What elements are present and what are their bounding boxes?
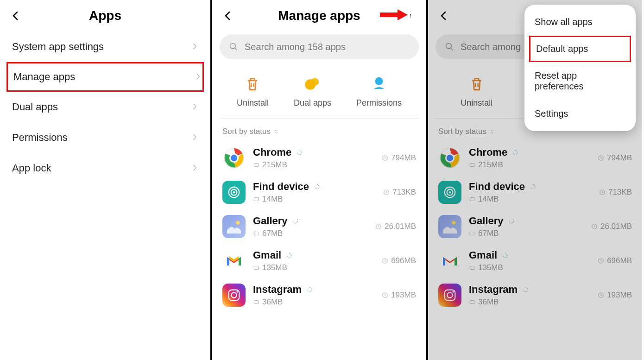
row-label: App lock <box>12 162 191 174</box>
action-uninstall[interactable]: Uninstall <box>461 75 492 108</box>
app-size: 14MB <box>262 195 283 204</box>
app-data: 26.01MB <box>385 222 416 231</box>
sort-caret-icon <box>489 129 495 134</box>
sort-caret-icon <box>273 129 279 134</box>
chevron-right-icon <box>194 71 202 83</box>
sort-button[interactable]: Sort by status <box>212 119 426 141</box>
refresh-badge-icon <box>508 218 515 224</box>
clock-icon <box>382 292 388 298</box>
page-title: Manage apps <box>234 8 404 23</box>
action-permissions[interactable]: Permissions <box>356 75 402 108</box>
svg-point-25 <box>231 292 236 297</box>
back-button[interactable] <box>221 9 234 22</box>
app-data: 26.01MB <box>600 222 632 231</box>
row-permissions[interactable]: Permissions <box>0 122 210 153</box>
back-button[interactable] <box>9 9 22 22</box>
clock-icon <box>591 223 598 230</box>
storage-icon <box>253 196 259 202</box>
svg-point-40 <box>452 221 455 225</box>
svg-rect-20 <box>254 232 258 235</box>
svg-rect-17 <box>254 198 258 201</box>
dual-apps-icon <box>303 75 321 93</box>
action-uninstall[interactable]: Uninstall <box>237 75 269 108</box>
refresh-badge-icon <box>286 252 292 259</box>
clock-icon <box>598 258 604 264</box>
app-icon-gallery <box>438 215 461 238</box>
app-size: 215MB <box>262 160 287 170</box>
action-label: Dual apps <box>294 98 331 108</box>
app-row-gmail[interactable]: Gmail 135MB 696MB <box>428 244 642 278</box>
action-label: Uninstall <box>461 98 492 108</box>
refresh-badge-icon <box>292 218 299 224</box>
app-data: 193MB <box>391 291 416 300</box>
overflow-menu-button[interactable] <box>404 9 417 22</box>
chevron-right-icon <box>191 162 198 174</box>
trash-icon <box>244 75 261 93</box>
app-row-chrome[interactable]: Chrome 215MB 794MB <box>428 141 642 175</box>
svg-point-37 <box>449 191 451 193</box>
row-system-app-settings[interactable]: System app settings <box>0 32 210 62</box>
app-name: Gmail <box>469 249 497 261</box>
menu-reset-preferences[interactable]: Reset app preferences <box>524 62 636 100</box>
refresh-badge-icon <box>502 252 508 259</box>
permissions-icon <box>370 75 388 93</box>
svg-rect-33 <box>470 164 474 167</box>
svg-point-19 <box>236 221 240 225</box>
search-icon <box>445 42 454 51</box>
svg-point-5 <box>311 78 319 86</box>
menu-show-all-apps[interactable]: Show all apps <box>524 8 636 36</box>
app-data: 713KB <box>392 188 416 197</box>
app-size: 67MB <box>478 229 499 238</box>
svg-point-16 <box>233 191 235 193</box>
row-dual-apps[interactable]: Dual apps <box>0 92 210 122</box>
svg-point-26 <box>236 291 238 293</box>
app-name: Instagram <box>253 284 302 296</box>
clock-icon <box>375 223 382 230</box>
chevron-right-icon <box>191 101 198 113</box>
clock-icon <box>382 155 388 161</box>
menu-settings[interactable]: Settings <box>524 100 636 127</box>
app-name: Find device <box>253 181 309 193</box>
manage-apps-menu-screen: Man Uninstall D . Sort by status Chrome … <box>428 0 642 360</box>
app-row-instagram[interactable]: Instagram 36MB 193MB <box>212 278 426 312</box>
app-row-gallery[interactable]: Gallery 67MB 26.01MB <box>212 209 426 244</box>
search-input[interactable] <box>245 42 410 52</box>
row-app-lock[interactable]: App lock <box>0 153 210 183</box>
svg-point-2 <box>410 17 411 18</box>
clock-icon <box>598 155 604 161</box>
storage-icon <box>469 265 475 271</box>
app-row-gmail[interactable]: Gmail 135MB 696MB <box>212 244 426 278</box>
app-row-find-device[interactable]: Find device 14MB 713KB <box>212 175 426 209</box>
app-row-chrome[interactable]: Chrome 215MB 794MB <box>212 141 426 175</box>
app-row-gallery[interactable]: Gallery 67MB 26.01MB <box>428 209 642 244</box>
search-bar[interactable] <box>220 34 419 59</box>
chevron-left-icon <box>10 10 21 21</box>
refresh-badge-icon <box>306 286 313 293</box>
svg-rect-38 <box>470 198 474 201</box>
svg-point-46 <box>447 292 452 297</box>
search-icon <box>229 42 238 51</box>
app-data: 713KB <box>608 188 632 197</box>
app-size: 215MB <box>478 160 503 170</box>
app-icon-instagram <box>222 284 246 307</box>
action-label: Permissions <box>356 98 402 108</box>
svg-point-3 <box>230 44 236 49</box>
app-row-instagram[interactable]: Instagram 36MB 193MB <box>428 278 642 312</box>
page-title: Apps <box>22 8 188 23</box>
action-dual-apps[interactable]: Dual apps <box>294 75 331 108</box>
svg-point-0 <box>410 14 411 15</box>
menu-default-apps[interactable]: Default apps <box>529 36 631 62</box>
app-row-find-device[interactable]: Find device 14MB 713KB <box>428 175 642 209</box>
app-name: Gmail <box>253 249 281 261</box>
app-size: 36MB <box>478 297 499 307</box>
svg-rect-22 <box>254 266 258 270</box>
chevron-right-icon <box>191 132 198 144</box>
row-manage-apps[interactable]: Manage apps <box>6 62 204 92</box>
chevron-left-icon <box>222 10 234 21</box>
svg-rect-48 <box>470 301 474 304</box>
clock-icon <box>599 189 606 196</box>
back-button[interactable] <box>437 9 450 22</box>
app-data: 794MB <box>391 153 416 163</box>
chevron-right-icon <box>191 41 198 53</box>
app-icon-chrome <box>222 146 246 170</box>
